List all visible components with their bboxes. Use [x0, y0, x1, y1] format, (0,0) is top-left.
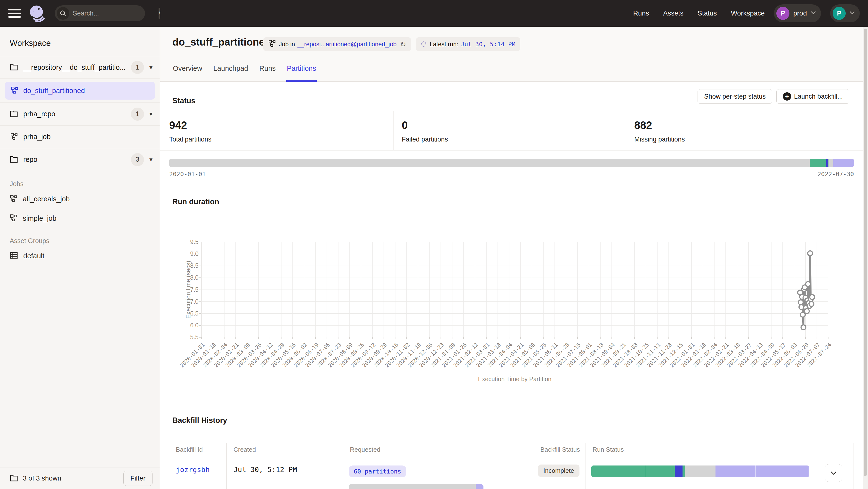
sidebar-item-prha_job[interactable]: prha_job [0, 126, 160, 148]
x-tick-mark [703, 337, 703, 339]
search-input[interactable] [73, 10, 159, 17]
nav-link-assets[interactable]: Assets [663, 9, 683, 17]
refresh-icon[interactable]: ↻ [400, 40, 406, 48]
column-header-run-status: Run Status [586, 443, 815, 456]
y-tick-mark [199, 337, 201, 337]
bar-segment [685, 465, 715, 477]
stat-value: 882 [634, 119, 868, 131]
x-tick-mark [509, 337, 509, 339]
job-icon [11, 86, 19, 95]
sidebar-repo-prha_repo[interactable]: prha_repo1▾ [0, 103, 160, 126]
x-tick-mark [395, 337, 396, 339]
column-header-backfill-id: Backfill Id [169, 443, 227, 456]
x-tick-mark [247, 337, 247, 339]
nav-link-runs[interactable]: Runs [633, 9, 649, 17]
x-tick-mark [213, 337, 213, 339]
x-tick-mark [270, 337, 270, 339]
page-scrollbar[interactable] [863, 27, 868, 489]
run-duration-chart[interactable] [202, 242, 828, 337]
repo-count-label: 3 of 3 shown [23, 475, 61, 482]
y-tick-label: 7.5 [160, 286, 198, 293]
page-title: do_stuff_partitioned [173, 36, 271, 48]
x-tick-mark [304, 337, 304, 339]
stat-label: Total partitions [169, 136, 394, 143]
x-tick-mark [555, 337, 555, 339]
repo-label: prha_repo [23, 110, 55, 118]
column-header-requested: Requested [343, 443, 524, 456]
x-tick-mark [646, 337, 646, 339]
folder-icon [10, 474, 18, 483]
sidebar-repo-repo[interactable]: repo3▾ [0, 148, 160, 171]
x-tick-mark [657, 337, 657, 339]
tab-runs[interactable]: Runs [259, 63, 276, 82]
caret-down-icon[interactable]: ▾ [149, 156, 153, 163]
x-tick-mark [383, 337, 384, 339]
stat-total-partitions: 942Total partitions [160, 111, 394, 150]
job-icon [268, 39, 276, 49]
x-tick-mark [737, 337, 737, 339]
repo-count-badge: 1 [131, 107, 144, 121]
row-expand-button[interactable] [825, 464, 842, 482]
x-axis-title: Execution Time by Partition [442, 376, 587, 383]
x-tick-mark [349, 337, 350, 339]
folder-icon [10, 156, 18, 164]
partition-status-bar[interactable] [169, 159, 854, 167]
folder-icon [10, 110, 18, 118]
x-tick-mark [748, 337, 749, 339]
tab-partitions[interactable]: Partitions [286, 63, 317, 82]
top-navbar: / RunsAssetsStatusWorkspace P prod P [0, 0, 868, 27]
job-label: prha_job [23, 133, 51, 141]
launch-backfill-button[interactable]: + Launch backfill... [776, 89, 849, 104]
user-menu[interactable]: P [830, 4, 860, 22]
sidebar-item-do_stuff_partitioned[interactable]: do_stuff_partitioned [5, 82, 155, 100]
tab-overview[interactable]: Overview [173, 63, 203, 82]
y-tick-mark [199, 325, 201, 326]
filter-button[interactable]: Filter [123, 471, 153, 486]
latest-run-time-link[interactable]: Jul 30, 5:14 PM [461, 41, 516, 48]
x-tick-mark [680, 337, 680, 339]
caret-down-icon[interactable]: ▾ [149, 64, 153, 71]
sidebar-job-simple_job[interactable]: simple_job [0, 209, 160, 228]
x-tick-mark [577, 337, 578, 339]
caret-down-icon[interactable]: ▾ [149, 110, 153, 118]
bar-segment [829, 159, 833, 167]
x-tick-mark [805, 337, 806, 339]
stat-label: Failed partitions [402, 136, 626, 143]
asset-groups-section-heading: Asset Groups [10, 237, 160, 245]
job-label: simple_job [23, 215, 57, 223]
sidebar-asset-group-default[interactable]: default [0, 246, 160, 266]
x-tick-mark [452, 337, 453, 339]
scrollbar-thumb[interactable] [864, 29, 867, 476]
sidebar-repo-__repository__do_stuff_partitio-[interactable]: __repository__do_stuff_partitio...1▾ [0, 56, 160, 79]
x-tick-mark [520, 337, 521, 339]
x-tick-mark [691, 337, 692, 339]
dagster-logo-icon[interactable] [28, 4, 46, 23]
x-tick-mark [816, 337, 817, 339]
x-tick-mark [669, 337, 669, 339]
y-tick-label: 9.5 [160, 238, 198, 246]
backfill-id-link[interactable]: jozrgsbh [169, 465, 210, 474]
x-tick-mark [794, 337, 794, 339]
x-tick-mark [532, 337, 532, 339]
x-tick-mark [258, 337, 259, 339]
sidebar-job-all_cereals_job[interactable]: all_cereals_job [0, 189, 160, 209]
hamburger-menu-icon[interactable] [8, 9, 21, 18]
folder-icon [10, 63, 18, 71]
search-box[interactable]: / [55, 5, 145, 21]
deployment-switcher[interactable]: P prod [774, 4, 821, 22]
tab-launchpad[interactable]: Launchpad [213, 63, 249, 82]
job-label: all_cereals_job [23, 195, 70, 203]
requested-range-bar [349, 484, 484, 489]
show-per-step-status-button[interactable]: Show per-step status [698, 89, 772, 104]
nav-link-status[interactable]: Status [698, 9, 717, 17]
x-tick-mark [725, 337, 726, 339]
y-tick-label: 5.5 [160, 334, 198, 341]
bar-segment [591, 465, 646, 477]
job-repo-link[interactable]: __reposi...artitioned@partitioned_job [298, 41, 397, 48]
nav-link-workspace[interactable]: Workspace [731, 9, 765, 17]
stat-failed-partitions: 0Failed partitions [394, 111, 626, 150]
repo-count-badge: 3 [131, 153, 144, 166]
run-status-bar[interactable] [591, 465, 809, 477]
requested-partitions-tag[interactable]: 60 partitions [349, 465, 406, 477]
x-tick-mark [566, 337, 566, 339]
